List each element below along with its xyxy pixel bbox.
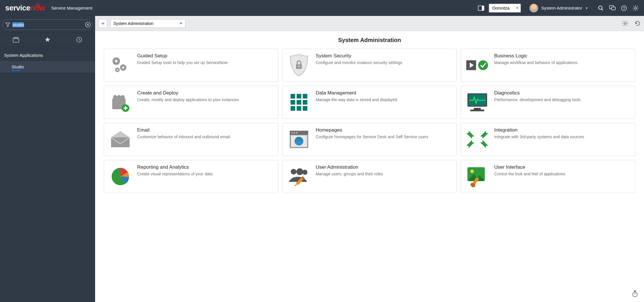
header-subtitle: Service Management — [51, 6, 92, 10]
svg-point-74 — [296, 168, 303, 175]
card-title: System Security — [316, 53, 452, 59]
svg-rect-84 — [634, 291, 636, 292]
browser-globe-icon — [287, 127, 311, 152]
card-guided-setup[interactable]: Guided Setup Guided Setup tools to help … — [104, 49, 278, 82]
card-desc: Integrate with 3rd-party systems and dat… — [494, 134, 630, 140]
card-desc: Create, modify and deploy applications t… — [137, 97, 273, 103]
card-integration[interactable]: Integration Integrate with 3rd-party sys… — [461, 123, 635, 156]
card-title: Homepages — [316, 127, 452, 133]
arrows-in-icon — [465, 127, 489, 152]
tab-all-applications[interactable] — [0, 33, 32, 46]
svg-point-46 — [117, 95, 121, 99]
svg-line-32 — [623, 25, 624, 26]
card-title: Guided Setup — [137, 53, 273, 59]
card-title: Email — [137, 127, 273, 133]
svg-line-15 — [634, 10, 634, 10]
svg-line-31 — [627, 25, 627, 26]
application-picker-value: Oomnitza — [492, 6, 509, 10]
svg-rect-57 — [291, 106, 295, 111]
svg-rect-53 — [303, 94, 307, 99]
svg-point-69 — [296, 132, 297, 134]
card-title: User Interface — [494, 164, 630, 170]
logo-text: serviceno⏻w — [5, 3, 45, 12]
svg-line-24 — [79, 40, 80, 41]
tab-history[interactable] — [64, 33, 95, 46]
grid-icon — [287, 90, 311, 114]
clear-filter-icon[interactable] — [85, 22, 91, 28]
envelope-icon — [108, 127, 133, 152]
svg-rect-51 — [291, 94, 295, 99]
card-create-and-deploy[interactable]: Create and Deploy Create, modify and dep… — [104, 86, 278, 119]
svg-point-67 — [291, 132, 293, 134]
svg-line-33 — [627, 21, 627, 22]
tab-favorites[interactable] — [32, 33, 63, 46]
logo: serviceno⏻w — [5, 3, 45, 12]
shield-lock-icon — [287, 53, 311, 77]
card-user-interface[interactable]: User Interface Control the look and feel… — [461, 160, 635, 193]
blocks-plus-icon — [108, 90, 133, 114]
svg-rect-20 — [13, 39, 19, 42]
nav-group-system-applications[interactable]: System Applications — [0, 50, 95, 61]
svg-point-25 — [624, 22, 626, 24]
gear-icon[interactable] — [632, 5, 639, 11]
main-content: ＋ System Administration System Administr… — [95, 16, 644, 302]
card-desc: Configure and monitor instance security … — [316, 60, 452, 66]
application-picker[interactable]: Oomnitza — [489, 4, 521, 12]
header-actions: ? — [598, 5, 639, 11]
svg-rect-55 — [297, 100, 301, 105]
search-icon[interactable] — [598, 5, 604, 11]
svg-point-45 — [113, 95, 117, 99]
nav-filter-input[interactable] — [12, 22, 83, 27]
funnel-icon — [6, 22, 10, 27]
card-desc: Create visual representations of your da… — [137, 171, 273, 177]
chat-icon[interactable] — [609, 5, 616, 11]
nav-filter[interactable] — [2, 19, 93, 30]
card-title: Diagnostics — [494, 90, 630, 96]
toolbar-gear-icon[interactable] — [622, 20, 628, 27]
update-set-icon[interactable] — [478, 5, 484, 11]
svg-rect-56 — [303, 100, 307, 105]
svg-point-39 — [117, 69, 118, 70]
card-desc: Configure homepages for Service Desk and… — [316, 134, 452, 140]
card-homepages[interactable]: Homepages Configure homepages for Servic… — [282, 123, 457, 156]
scope-select[interactable]: System Administration — [110, 19, 186, 28]
card-system-security[interactable]: System Security Configure and monitor in… — [282, 49, 457, 82]
scope-select-value: System Administration — [113, 21, 154, 26]
card-diagnostics[interactable]: Diagnostics Performance, development and… — [461, 86, 635, 119]
svg-point-47 — [121, 95, 125, 99]
help-icon[interactable]: ? — [621, 5, 627, 11]
card-desc: Performance, development and debugging t… — [494, 97, 630, 103]
svg-line-14 — [637, 10, 638, 10]
card-desc: Manage users, groups and their roles — [316, 171, 452, 177]
svg-line-13 — [634, 6, 634, 6]
svg-rect-52 — [297, 94, 301, 99]
user-name: System Administrator — [541, 6, 582, 10]
svg-point-37 — [122, 67, 124, 69]
user-menu[interactable]: System Administrator ▼ — [529, 4, 588, 12]
card-email[interactable]: Email Customize behavior of inbound and … — [104, 123, 278, 156]
chevron-down-icon: ▼ — [585, 6, 588, 10]
card-user-administration[interactable]: User Administration Manage users, groups… — [282, 160, 457, 193]
card-title: Create and Deploy — [137, 90, 273, 96]
card-reporting-analytics[interactable]: Reporting and Analytics Create visual re… — [104, 160, 278, 193]
card-data-management[interactable]: Data Management Manage the way data is s… — [282, 86, 457, 119]
response-time-icon[interactable] — [632, 290, 638, 297]
svg-point-68 — [293, 132, 295, 134]
add-content-button[interactable]: ＋ — [99, 19, 107, 28]
svg-line-30 — [623, 21, 624, 22]
play-check-icon — [465, 53, 489, 77]
card-title: Integration — [494, 127, 630, 133]
svg-rect-58 — [297, 106, 301, 111]
card-grid: Guided Setup Guided Setup tools to help … — [104, 49, 635, 193]
svg-rect-59 — [303, 106, 307, 111]
card-business-logic[interactable]: Business Logic Manage workflow and behav… — [461, 49, 635, 82]
card-title: User Administration — [316, 164, 452, 170]
svg-rect-54 — [291, 100, 295, 105]
avatar — [529, 4, 538, 12]
refresh-icon[interactable] — [635, 21, 641, 26]
svg-rect-62 — [474, 108, 481, 110]
image-brush-icon — [465, 164, 489, 189]
svg-rect-63 — [470, 110, 484, 111]
nav-item-studio[interactable]: Studio — [0, 61, 95, 73]
left-nav: System Applications Studio — [0, 16, 95, 302]
